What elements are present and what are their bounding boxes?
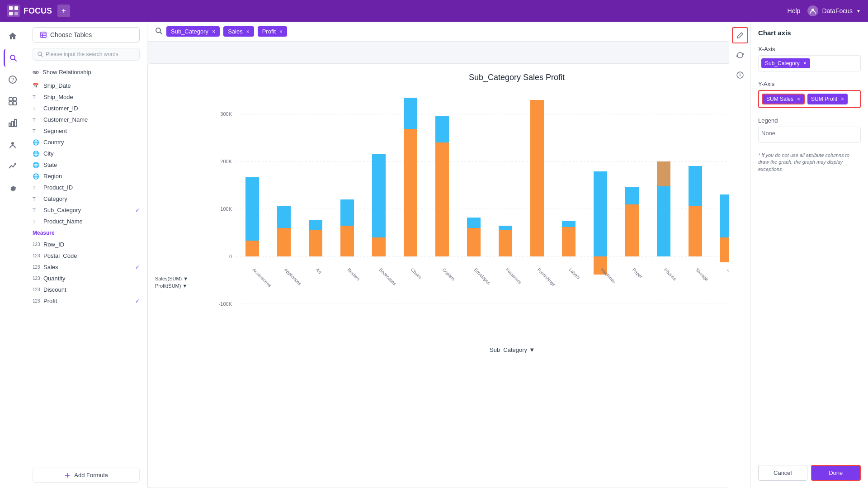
sidebar-item-settings[interactable] [4,179,22,197]
svg-line-7 [14,59,16,61]
search-placeholder-text: Please input the search words [46,51,118,57]
field-profit[interactable]: 123Profit ✓ [25,295,147,307]
new-tab-button[interactable]: + [57,5,70,17]
field-sales[interactable]: 123Sales ✓ [25,261,147,273]
fields-list: 📅Ship_Date TShip_Mode TCustomer_ID TCust… [25,78,147,462]
show-relationship[interactable]: Show Relationship [25,66,147,78]
tag-label: Sub_Category [171,28,208,35]
field-label: Ship_Mode [43,94,73,100]
axis-actions: Cancel Done [758,465,861,481]
svg-line-32 [160,32,162,34]
tag-close-icon[interactable]: × [246,28,250,35]
refresh-button[interactable] [732,47,748,63]
field-row-id[interactable]: 123Row_ID [25,239,147,250]
chart-axis-panel: Chart axis X-Axis Sub_Category × Y-Axis … [750,22,868,488]
svg-point-17 [11,142,14,145]
sidebar-item-layout[interactable] [4,92,22,110]
tag-sub-category[interactable]: Sub_Category × [166,26,220,37]
y-axis-tag-profit-label: SUM Profit [811,96,837,102]
choose-tables-label: Choose Tables [50,31,92,38]
sidebar-item-search[interactable] [4,49,22,67]
svg-rect-0 [7,5,20,17]
field-city[interactable]: 🌐City [25,148,147,159]
field-country[interactable]: 🌐Country [25,137,147,148]
num-icon: 123 [33,298,40,303]
sidebar-item-charts[interactable] [4,114,22,132]
profit-label: Profit(SUM) ▼ [155,283,188,289]
field-product-name[interactable]: TProduct_Name [25,216,147,227]
add-formula-button[interactable]: Add Formula [33,468,140,483]
tag-label: Sales [228,28,243,35]
svg-text:Paper: Paper [632,267,644,280]
svg-rect-67 [467,228,481,256]
y-axis-tag-sales-label: SUM Sales [766,96,793,102]
svg-text:Envelopes: Envelopes [473,267,492,286]
svg-text:Furnishings: Furnishings [537,267,557,287]
text-icon: T [33,185,40,190]
measure-section-label: Measure [25,227,147,239]
num-icon: 123 [33,253,40,258]
sidebar-item-people[interactable] [4,136,22,154]
field-sub-category[interactable]: TSub_Category ✓ [25,204,147,216]
done-button[interactable]: Done [811,465,861,481]
y-axis-tag-sum-sales[interactable]: SUM Sales × [762,94,805,104]
svg-rect-14 [9,123,11,127]
chart-edit-button[interactable] [732,27,748,43]
field-postal-code[interactable]: 123Postal_Code [25,250,147,261]
field-ship-date[interactable]: 📅Ship_Date [25,80,147,91]
x-axis-tag-close[interactable]: × [803,60,807,66]
user-info: DataFocus ▼ [807,5,861,16]
svg-point-24 [33,71,35,73]
svg-text:Chairs: Chairs [410,267,423,280]
cancel-button[interactable]: Cancel [758,465,807,481]
text-icon: T [33,117,40,123]
help-button[interactable]: Help [788,7,801,14]
svg-text:Copiers: Copiers [442,267,456,282]
search-icon[interactable] [155,27,163,37]
x-axis-tag-sub-category[interactable]: Sub_Category × [761,58,810,68]
svg-rect-61 [372,237,386,256]
field-quantity[interactable]: 123Quantity [25,273,147,284]
field-label: Category [43,195,67,202]
sidebar-item-help[interactable]: ? [4,71,22,89]
date-icon: 📅 [33,83,40,89]
y-axis-tag-sales-close[interactable]: × [797,96,800,102]
svg-rect-2 [14,6,18,10]
tag-close-icon[interactable]: × [212,28,215,35]
field-product-id[interactable]: TProduct_ID [25,182,147,193]
y-axis-tag-profit-close[interactable]: × [841,96,844,102]
field-customer-id[interactable]: TCustomer_ID [25,103,147,114]
field-label: Ship_Date [43,82,71,89]
svg-rect-10 [9,98,12,101]
tag-close-icon[interactable]: × [279,28,283,35]
field-ship-mode[interactable]: TShip_Mode [25,91,147,103]
field-state[interactable]: 🌐State [25,159,147,171]
search-box[interactable]: Please input the search words [33,48,140,61]
field-region[interactable]: 🌐Region [25,171,147,182]
choose-tables-button[interactable]: Choose Tables [33,27,140,43]
help-info-button[interactable] [732,67,748,83]
svg-rect-83 [689,206,702,256]
field-discount[interactable]: 123Discount [25,284,147,295]
svg-text:Labels: Labels [568,267,581,280]
check-icon: ✓ [135,298,140,304]
legend-value: None [761,130,775,140]
svg-rect-3 [9,12,13,15]
svg-point-111 [740,74,740,74]
field-label: Region [43,173,62,180]
tag-sales[interactable]: Sales × [223,26,254,37]
field-segment[interactable]: TSegment [25,125,147,137]
field-customer-name[interactable]: TCustomer_Name [25,114,147,125]
num-icon: 123 [33,242,40,247]
svg-rect-63 [404,129,417,256]
svg-rect-73 [562,227,576,256]
sidebar-item-home[interactable] [4,27,22,45]
svg-text:?: ? [11,77,14,83]
field-category[interactable]: TCategory [25,193,147,204]
y-axis-tag-sum-profit[interactable]: SUM Profit × [807,94,848,104]
tag-profit[interactable]: Profit × [258,26,287,37]
field-label: Segment [43,128,67,134]
sidebar-item-analytics[interactable] [4,157,22,175]
svg-rect-11 [13,98,16,101]
svg-line-27 [35,71,37,71]
